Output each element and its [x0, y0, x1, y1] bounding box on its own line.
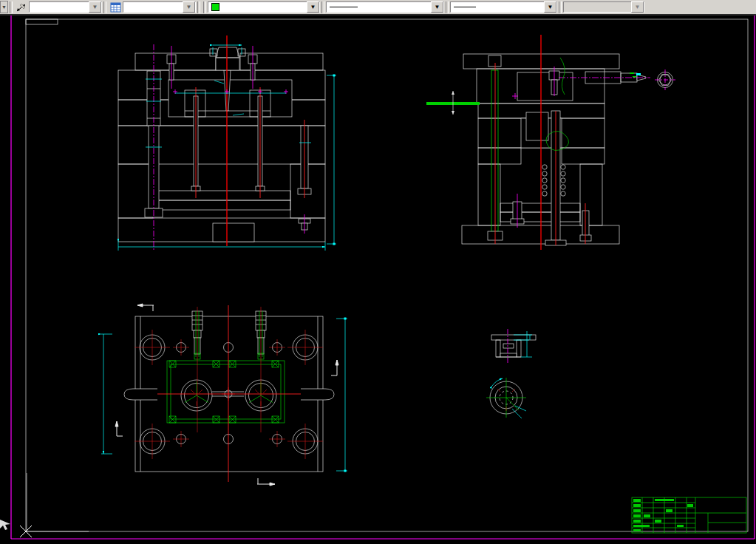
- color-swatch: [211, 3, 219, 11]
- text-style-combo[interactable]: ▼: [123, 1, 196, 13]
- toolbar-separator: [321, 1, 324, 13]
- linetype-sample: [330, 7, 358, 7]
- dim-style-combo[interactable]: ▼: [29, 1, 102, 13]
- plan-view: [101, 304, 347, 486]
- lineweight-sample: [454, 7, 476, 7]
- color-dropdown-arrow[interactable]: ▼: [307, 1, 319, 13]
- toolbar-separator: [203, 1, 206, 13]
- properties-toolbar: ▼ ▼ ▼ ▼ ▼: [0, 0, 756, 16]
- plotstyle-dropdown-arrow: ▼: [631, 1, 644, 13]
- linetype-combo[interactable]: ▼: [326, 1, 444, 13]
- dim-style-dropdown-arrow[interactable]: ▼: [89, 1, 101, 13]
- toolbar-separator: [103, 1, 106, 13]
- lineweight-combo[interactable]: ▼: [450, 1, 557, 13]
- toolbar-separator: [446, 1, 449, 13]
- linetype-dropdown-arrow[interactable]: ▼: [431, 1, 443, 13]
- clipped-combo-fragment[interactable]: ▼: [0, 1, 8, 13]
- color-combo[interactable]: ▼: [208, 1, 320, 13]
- model-space-background[interactable]: [0, 14, 756, 544]
- lineweight-dropdown-arrow[interactable]: ▼: [544, 1, 556, 13]
- toolbar-separator: [559, 1, 562, 13]
- plotstyle-combo: ▼: [563, 1, 644, 13]
- text-style-dropdown-arrow[interactable]: ▼: [183, 1, 195, 13]
- toolbar-separator: [10, 1, 13, 13]
- text-style-icon[interactable]: [109, 1, 122, 13]
- toolbar-separator: [197, 1, 200, 13]
- application-window: ▼ ▼ ▼ ▼ ▼: [0, 0, 756, 544]
- dimension-style-icon[interactable]: [15, 1, 28, 13]
- drawing-canvas[interactable]: [0, 0, 756, 544]
